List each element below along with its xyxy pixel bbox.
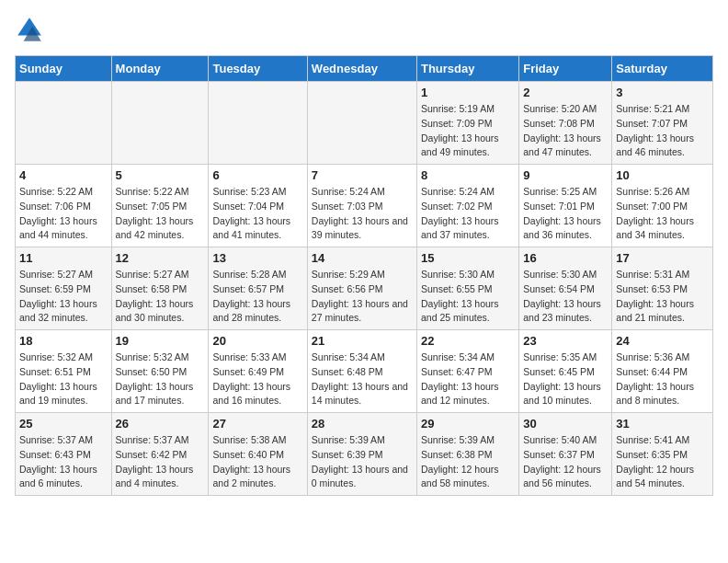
day-number: 8 [421,168,515,182]
header-cell-tuesday: Tuesday [209,56,307,82]
calendar-cell: 27Sunrise: 5:38 AMSunset: 6:40 PMDayligh… [209,413,307,496]
header-cell-saturday: Saturday [612,56,713,82]
calendar-cell: 16Sunrise: 5:30 AMSunset: 6:54 PMDayligh… [519,247,612,330]
day-number: 12 [116,251,205,265]
day-info: Sunrise: 5:40 AMSunset: 6:37 PMDaylight:… [523,433,608,491]
calendar-cell: 13Sunrise: 5:28 AMSunset: 6:57 PMDayligh… [209,247,307,330]
day-number: 15 [421,251,515,265]
day-number: 22 [421,334,515,348]
day-info: Sunrise: 5:32 AMSunset: 6:50 PMDaylight:… [116,350,205,408]
calendar-cell: 15Sunrise: 5:30 AMSunset: 6:55 PMDayligh… [416,247,518,330]
day-number: 16 [523,251,608,265]
day-number: 4 [19,168,108,182]
day-info: Sunrise: 5:19 AMSunset: 7:09 PMDaylight:… [421,102,515,160]
calendar-cell: 28Sunrise: 5:39 AMSunset: 6:39 PMDayligh… [307,413,416,496]
day-number: 21 [312,334,413,348]
day-info: Sunrise: 5:22 AMSunset: 7:06 PMDaylight:… [19,185,108,243]
week-row-1: 1Sunrise: 5:19 AMSunset: 7:09 PMDaylight… [16,82,713,165]
day-info: Sunrise: 5:39 AMSunset: 6:39 PMDaylight:… [312,433,413,491]
week-row-3: 11Sunrise: 5:27 AMSunset: 6:59 PMDayligh… [16,247,713,330]
day-info: Sunrise: 5:33 AMSunset: 6:49 PMDaylight:… [212,350,302,408]
day-info: Sunrise: 5:29 AMSunset: 6:56 PMDaylight:… [312,268,413,326]
week-row-4: 18Sunrise: 5:32 AMSunset: 6:51 PMDayligh… [16,330,713,413]
calendar-cell [111,82,209,165]
logo-icon [15,15,44,44]
calendar-cell: 26Sunrise: 5:37 AMSunset: 6:42 PMDayligh… [111,413,209,496]
day-info: Sunrise: 5:21 AMSunset: 7:07 PMDaylight:… [616,102,709,160]
calendar-cell [16,82,112,165]
logo [15,15,48,44]
day-number: 13 [212,251,302,265]
day-info: Sunrise: 5:24 AMSunset: 7:03 PMDaylight:… [312,185,413,243]
day-number: 1 [421,86,515,99]
day-number: 31 [616,417,709,431]
calendar-cell: 9Sunrise: 5:25 AMSunset: 7:01 PMDaylight… [519,165,612,247]
day-info: Sunrise: 5:32 AMSunset: 6:51 PMDaylight:… [19,350,108,408]
day-info: Sunrise: 5:26 AMSunset: 7:00 PMDaylight:… [616,185,709,243]
day-info: Sunrise: 5:34 AMSunset: 6:47 PMDaylight:… [421,350,515,408]
day-info: Sunrise: 5:30 AMSunset: 6:54 PMDaylight:… [523,268,608,326]
header-row: SundayMondayTuesdayWednesdayThursdayFrid… [16,56,713,82]
calendar-cell: 17Sunrise: 5:31 AMSunset: 6:53 PMDayligh… [612,247,713,330]
calendar-cell: 14Sunrise: 5:29 AMSunset: 6:56 PMDayligh… [307,247,416,330]
day-number: 3 [616,86,709,99]
header-cell-wednesday: Wednesday [307,56,416,82]
week-row-5: 25Sunrise: 5:37 AMSunset: 6:43 PMDayligh… [16,413,713,496]
day-number: 6 [212,168,302,182]
page-header [15,15,713,44]
calendar-cell: 2Sunrise: 5:20 AMSunset: 7:08 PMDaylight… [519,82,612,165]
calendar-cell: 21Sunrise: 5:34 AMSunset: 6:48 PMDayligh… [307,330,416,413]
calendar-cell: 29Sunrise: 5:39 AMSunset: 6:38 PMDayligh… [416,413,518,496]
calendar-cell: 31Sunrise: 5:41 AMSunset: 6:35 PMDayligh… [612,413,713,496]
day-info: Sunrise: 5:38 AMSunset: 6:40 PMDaylight:… [212,433,302,491]
calendar-cell: 23Sunrise: 5:35 AMSunset: 6:45 PMDayligh… [519,330,612,413]
calendar-cell: 8Sunrise: 5:24 AMSunset: 7:02 PMDaylight… [416,165,518,247]
day-info: Sunrise: 5:36 AMSunset: 6:44 PMDaylight:… [616,350,709,408]
day-number: 26 [116,417,205,431]
calendar-cell: 5Sunrise: 5:22 AMSunset: 7:05 PMDaylight… [111,165,209,247]
day-info: Sunrise: 5:27 AMSunset: 6:58 PMDaylight:… [116,268,205,326]
header-cell-monday: Monday [111,56,209,82]
day-info: Sunrise: 5:37 AMSunset: 6:43 PMDaylight:… [19,433,108,491]
calendar-cell: 18Sunrise: 5:32 AMSunset: 6:51 PMDayligh… [16,330,112,413]
day-info: Sunrise: 5:20 AMSunset: 7:08 PMDaylight:… [523,102,608,160]
day-number: 28 [312,417,413,431]
day-number: 14 [312,251,413,265]
calendar-cell: 4Sunrise: 5:22 AMSunset: 7:06 PMDaylight… [16,165,112,247]
header-cell-sunday: Sunday [16,56,112,82]
day-info: Sunrise: 5:35 AMSunset: 6:45 PMDaylight:… [523,350,608,408]
calendar-cell [209,82,307,165]
calendar-cell: 10Sunrise: 5:26 AMSunset: 7:00 PMDayligh… [612,165,713,247]
day-number: 27 [212,417,302,431]
day-number: 24 [616,334,709,348]
day-number: 23 [523,334,608,348]
calendar-cell: 1Sunrise: 5:19 AMSunset: 7:09 PMDaylight… [416,82,518,165]
day-number: 17 [616,251,709,265]
day-info: Sunrise: 5:28 AMSunset: 6:57 PMDaylight:… [212,268,302,326]
day-info: Sunrise: 5:39 AMSunset: 6:38 PMDaylight:… [421,433,515,491]
day-info: Sunrise: 5:41 AMSunset: 6:35 PMDaylight:… [616,433,709,491]
day-number: 5 [116,168,205,182]
day-info: Sunrise: 5:31 AMSunset: 6:53 PMDaylight:… [616,268,709,326]
day-info: Sunrise: 5:34 AMSunset: 6:48 PMDaylight:… [312,350,413,408]
day-number: 30 [523,417,608,431]
calendar-cell: 6Sunrise: 5:23 AMSunset: 7:04 PMDaylight… [209,165,307,247]
day-number: 9 [523,168,608,182]
week-row-2: 4Sunrise: 5:22 AMSunset: 7:06 PMDaylight… [16,165,713,247]
calendar-cell: 7Sunrise: 5:24 AMSunset: 7:03 PMDaylight… [307,165,416,247]
day-number: 25 [19,417,108,431]
header-cell-thursday: Thursday [416,56,518,82]
day-number: 19 [116,334,205,348]
calendar-cell: 30Sunrise: 5:40 AMSunset: 6:37 PMDayligh… [519,413,612,496]
calendar-table: SundayMondayTuesdayWednesdayThursdayFrid… [15,55,713,496]
day-number: 18 [19,334,108,348]
calendar-cell: 25Sunrise: 5:37 AMSunset: 6:43 PMDayligh… [16,413,112,496]
calendar-cell: 19Sunrise: 5:32 AMSunset: 6:50 PMDayligh… [111,330,209,413]
calendar-cell: 12Sunrise: 5:27 AMSunset: 6:58 PMDayligh… [111,247,209,330]
day-number: 2 [523,86,608,99]
day-info: Sunrise: 5:22 AMSunset: 7:05 PMDaylight:… [116,185,205,243]
day-number: 11 [19,251,108,265]
header-cell-friday: Friday [519,56,612,82]
day-info: Sunrise: 5:30 AMSunset: 6:55 PMDaylight:… [421,268,515,326]
calendar-cell [307,82,416,165]
